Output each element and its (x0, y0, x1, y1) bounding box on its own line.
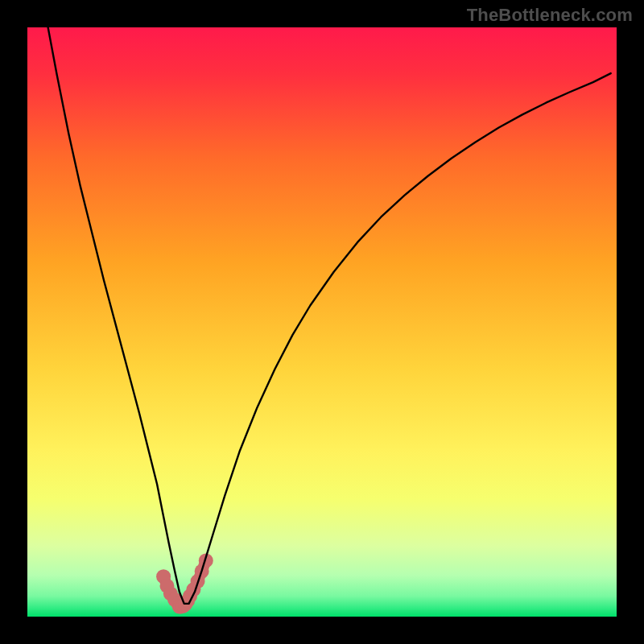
chart-frame: TheBottleneck.com (0, 0, 644, 644)
plot-area (27, 27, 617, 617)
chart-svg (27, 27, 617, 617)
watermark-text: TheBottleneck.com (467, 5, 633, 26)
